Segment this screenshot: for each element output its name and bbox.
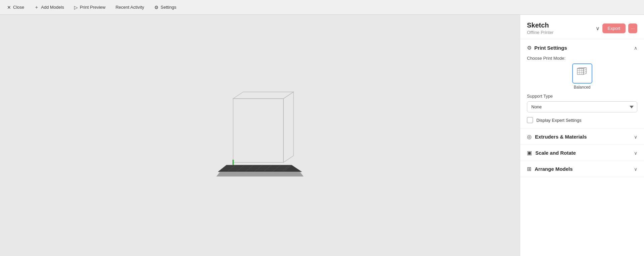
support-type-select[interactable]: None Normal Tree xyxy=(527,101,637,112)
more-options-button[interactable]: ··· xyxy=(628,23,637,33)
svg-rect-1 xyxy=(233,99,283,162)
scale-rotate-chevron-icon[interactable]: ∨ xyxy=(634,150,637,156)
scale-rotate-left: ▣ Scale and Rotate xyxy=(527,150,576,156)
model-area xyxy=(216,89,304,183)
balanced-mode-card[interactable] xyxy=(572,63,592,84)
print-settings-chevron-icon[interactable]: ∧ xyxy=(634,45,637,51)
panel-header: Sketch Offline Printer ∨ Export ··· xyxy=(520,15,644,39)
arrange-models-title: Arrange Models xyxy=(535,166,573,172)
arrange-icon: ⊞ xyxy=(527,166,531,172)
print-mode-wrapper: Balanced xyxy=(527,63,637,90)
right-panel: Sketch Offline Printer ∨ Export ··· ⚙ Pr… xyxy=(520,15,644,256)
panel-title: Sketch xyxy=(527,21,553,29)
balanced-mode-label: Balanced xyxy=(574,85,590,90)
svg-line-8 xyxy=(245,165,254,172)
expert-settings-row: Display Expert Settings xyxy=(527,117,637,123)
extruder-icon: ◎ xyxy=(527,134,532,140)
settings-button[interactable]: ⚙ Settings xyxy=(150,2,181,12)
support-type-section: Support Type None Normal Tree xyxy=(527,94,637,112)
svg-marker-2 xyxy=(283,92,293,162)
arrange-models-left: ⊞ Arrange Models xyxy=(527,166,573,172)
extruders-materials-left: ◎ Extruders & Materials xyxy=(527,134,587,140)
svg-line-13 xyxy=(283,165,292,172)
svg-rect-19 xyxy=(232,160,234,165)
panel-title-actions: ∨ Export ··· xyxy=(596,23,637,33)
choose-print-mode-label: Choose Print Mode: xyxy=(527,56,637,61)
print-preview-button[interactable]: ▷ Print Preview xyxy=(70,2,110,12)
svg-line-11 xyxy=(272,165,281,172)
toolbar: ✕ Close ＋ Add Models ▷ Print Preview Rec… xyxy=(0,0,644,15)
svg-marker-18 xyxy=(216,172,304,176)
recent-activity-label: Recent Activity xyxy=(115,5,144,10)
svg-line-9 xyxy=(254,165,263,172)
close-label: Close xyxy=(13,5,24,10)
play-icon: ▷ xyxy=(74,5,78,10)
settings-gear-icon: ⚙ xyxy=(527,45,532,51)
scale-icon: ▣ xyxy=(527,150,532,156)
main-layout: Sketch Offline Printer ∨ Export ··· ⚙ Pr… xyxy=(0,15,644,256)
printer-chevron-icon[interactable]: ∨ xyxy=(596,25,600,32)
print-settings-section: ⚙ Print Settings ∧ Choose Print Mode: xyxy=(520,39,644,129)
print-settings-content: Choose Print Mode: xyxy=(527,51,637,123)
svg-marker-4 xyxy=(218,165,302,172)
panel-subtitle: Offline Printer xyxy=(527,30,553,35)
extruders-materials-section[interactable]: ◎ Extruders & Materials ∨ xyxy=(520,129,644,145)
expert-settings-checkbox[interactable] xyxy=(527,117,533,123)
support-type-label: Support Type xyxy=(527,94,637,99)
export-button[interactable]: Export xyxy=(602,23,626,33)
svg-line-27 xyxy=(583,71,586,72)
svg-line-6 xyxy=(227,165,235,172)
print-settings-title: Print Settings xyxy=(534,45,567,51)
extruders-materials-title: Extruders & Materials xyxy=(535,134,587,140)
close-icon: ✕ xyxy=(7,5,11,10)
close-button[interactable]: ✕ Close xyxy=(3,2,29,12)
arrange-models-section[interactable]: ⊞ Arrange Models ∨ xyxy=(520,161,644,177)
svg-line-7 xyxy=(236,165,245,172)
svg-line-26 xyxy=(583,69,586,70)
arrange-models-chevron-icon[interactable]: ∨ xyxy=(634,166,637,172)
print-settings-header[interactable]: ⚙ Print Settings ∧ xyxy=(527,45,637,51)
cube-icon xyxy=(576,67,588,80)
3d-model-svg xyxy=(216,89,304,183)
gear-icon: ⚙ xyxy=(154,5,159,10)
recent-activity-button[interactable]: Recent Activity xyxy=(111,2,148,12)
svg-line-5 xyxy=(218,165,226,172)
expert-settings-label: Display Expert Settings xyxy=(536,118,581,123)
add-models-button[interactable]: ＋ Add Models xyxy=(30,2,68,13)
add-models-label: Add Models xyxy=(41,5,64,10)
scale-rotate-section[interactable]: ▣ Scale and Rotate ∨ xyxy=(520,145,644,161)
svg-rect-20 xyxy=(577,68,583,74)
svg-line-10 xyxy=(263,165,272,172)
settings-label: Settings xyxy=(161,5,176,10)
plus-icon: ＋ xyxy=(34,4,39,10)
svg-marker-0 xyxy=(233,92,293,99)
viewport[interactable] xyxy=(0,15,520,256)
scale-rotate-title: Scale and Rotate xyxy=(535,150,576,156)
print-preview-label: Print Preview xyxy=(80,5,106,10)
extruders-materials-chevron-icon[interactable]: ∨ xyxy=(634,134,637,140)
svg-line-12 xyxy=(281,165,290,172)
